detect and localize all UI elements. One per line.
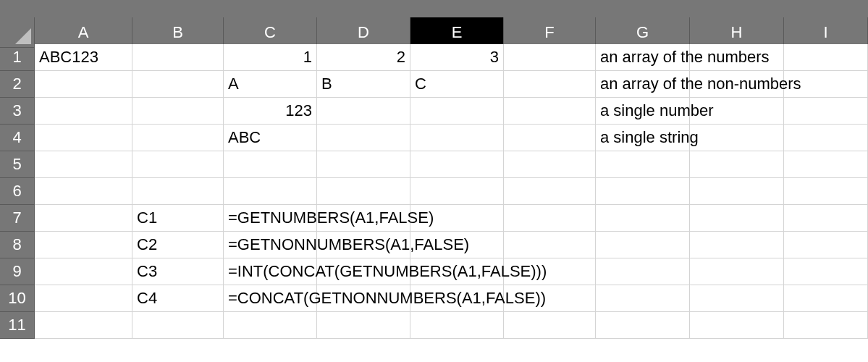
- cell-G6[interactable]: [596, 178, 690, 205]
- cell-B10[interactable]: C4: [132, 285, 224, 312]
- cell-C8[interactable]: =GETNONNUMBERS(A1,FALSE): [224, 232, 317, 258]
- col-header-E[interactable]: E: [410, 17, 504, 48]
- cell-C1[interactable]: 1: [224, 44, 317, 71]
- col-header-B[interactable]: B: [132, 17, 224, 48]
- cell-B8[interactable]: C2: [132, 232, 224, 258]
- cell-A10[interactable]: [35, 285, 132, 312]
- cell-I1[interactable]: [784, 44, 868, 71]
- cell-G2[interactable]: an array of the non-numbers: [596, 71, 690, 98]
- cell-F8[interactable]: [504, 232, 596, 258]
- cell-F6[interactable]: [504, 178, 596, 205]
- cell-B9[interactable]: C3: [132, 258, 224, 285]
- col-header-G[interactable]: G: [596, 17, 690, 48]
- cell-A5[interactable]: [35, 151, 132, 178]
- row-header-8[interactable]: 8: [0, 232, 35, 258]
- cell-A1[interactable]: ABC123: [35, 44, 132, 71]
- cell-H6[interactable]: [690, 178, 784, 205]
- cell-B11[interactable]: [132, 312, 224, 339]
- row-header-4[interactable]: 4: [0, 125, 35, 151]
- cell-B7[interactable]: C1: [132, 205, 224, 232]
- cell-H8[interactable]: [690, 232, 784, 258]
- cell-B3[interactable]: [132, 98, 224, 125]
- cell-I4[interactable]: [784, 125, 868, 151]
- cell-B4[interactable]: [132, 125, 224, 151]
- cell-B5[interactable]: [132, 151, 224, 178]
- cell-G7[interactable]: [596, 205, 690, 232]
- cell-C6[interactable]: [224, 178, 317, 205]
- cell-D4[interactable]: [317, 125, 410, 151]
- cell-H4[interactable]: [690, 125, 784, 151]
- col-header-F[interactable]: F: [504, 17, 596, 48]
- row-header-3[interactable]: 3: [0, 98, 35, 125]
- cell-E5[interactable]: [410, 151, 504, 178]
- col-header-D[interactable]: D: [317, 17, 410, 48]
- cell-C4[interactable]: ABC: [224, 125, 317, 151]
- cell-A11[interactable]: [35, 312, 132, 339]
- cell-C7[interactable]: =GETNUMBERS(A1,FALSE): [224, 205, 317, 232]
- cell-D2[interactable]: B: [317, 71, 410, 98]
- col-header-H[interactable]: H: [690, 17, 784, 48]
- cell-I9[interactable]: [784, 258, 868, 285]
- cell-B6[interactable]: [132, 178, 224, 205]
- cell-I5[interactable]: [784, 151, 868, 178]
- cell-C2[interactable]: A: [224, 71, 317, 98]
- col-header-I[interactable]: I: [784, 17, 868, 48]
- select-all-corner[interactable]: [0, 17, 35, 48]
- cell-H10[interactable]: [690, 285, 784, 312]
- cell-G4[interactable]: a single string: [596, 125, 690, 151]
- cell-G5[interactable]: [596, 151, 690, 178]
- cell-C10[interactable]: =CONCAT(GETNONNUMBERS(A1,FALSE)): [224, 285, 317, 312]
- cell-E6[interactable]: [410, 178, 504, 205]
- cell-I7[interactable]: [784, 205, 868, 232]
- cell-G3[interactable]: a single number: [596, 98, 690, 125]
- cell-E1[interactable]: 3: [410, 44, 504, 71]
- cell-I3[interactable]: [784, 98, 868, 125]
- cell-H11[interactable]: [690, 312, 784, 339]
- cell-C3[interactable]: 123: [224, 98, 317, 125]
- row-header-11[interactable]: 11: [0, 312, 35, 339]
- cell-F2[interactable]: [504, 71, 596, 98]
- cell-D11[interactable]: [317, 312, 410, 339]
- cell-E2[interactable]: C: [410, 71, 504, 98]
- row-header-2[interactable]: 2: [0, 71, 35, 98]
- cell-A9[interactable]: [35, 258, 132, 285]
- cell-D3[interactable]: [317, 98, 410, 125]
- cell-I8[interactable]: [784, 232, 868, 258]
- row-header-1[interactable]: 1: [0, 44, 35, 71]
- cell-H7[interactable]: [690, 205, 784, 232]
- cell-H9[interactable]: [690, 258, 784, 285]
- cell-F1[interactable]: [504, 44, 596, 71]
- cell-F4[interactable]: [504, 125, 596, 151]
- row-header-9[interactable]: 9: [0, 258, 35, 285]
- cell-E11[interactable]: [410, 312, 504, 339]
- cell-A8[interactable]: [35, 232, 132, 258]
- cell-A6[interactable]: [35, 178, 132, 205]
- row-header-7[interactable]: 7: [0, 205, 35, 232]
- cell-F11[interactable]: [504, 312, 596, 339]
- cell-D6[interactable]: [317, 178, 410, 205]
- cell-A7[interactable]: [35, 205, 132, 232]
- cell-G9[interactable]: [596, 258, 690, 285]
- col-header-C[interactable]: C: [224, 17, 317, 48]
- row-header-10[interactable]: 10: [0, 285, 35, 312]
- cell-B2[interactable]: [132, 71, 224, 98]
- cell-D1[interactable]: 2: [317, 44, 410, 71]
- cell-I10[interactable]: [784, 285, 868, 312]
- cell-F5[interactable]: [504, 151, 596, 178]
- cell-G11[interactable]: [596, 312, 690, 339]
- cell-D5[interactable]: [317, 151, 410, 178]
- cell-F3[interactable]: [504, 98, 596, 125]
- cell-E4[interactable]: [410, 125, 504, 151]
- cell-I11[interactable]: [784, 312, 868, 339]
- cell-E3[interactable]: [410, 98, 504, 125]
- cell-G10[interactable]: [596, 285, 690, 312]
- cell-G8[interactable]: [596, 232, 690, 258]
- cell-A2[interactable]: [35, 71, 132, 98]
- cell-H5[interactable]: [690, 151, 784, 178]
- cell-I6[interactable]: [784, 178, 868, 205]
- cell-B1[interactable]: [132, 44, 224, 71]
- row-header-5[interactable]: 5: [0, 151, 35, 178]
- cell-A4[interactable]: [35, 125, 132, 151]
- cell-C5[interactable]: [224, 151, 317, 178]
- cell-C11[interactable]: [224, 312, 317, 339]
